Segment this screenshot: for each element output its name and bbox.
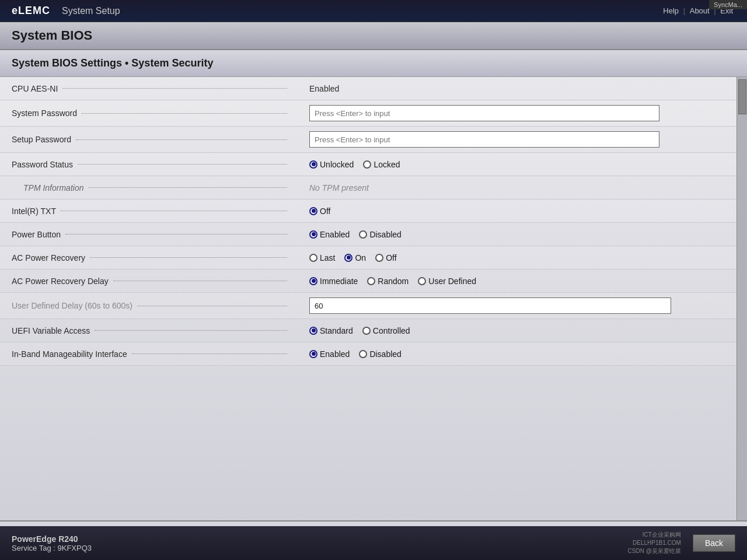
intel-txt-off[interactable]: Off — [309, 206, 330, 216]
radio-controlled-circle — [362, 327, 371, 335]
footer-model: PowerEdge R240 — [12, 534, 92, 544]
footer-left: PowerEdge R240 Service Tag : 9KFXPQ3 — [12, 534, 92, 552]
tpm-information-label: TPM Information — [0, 181, 303, 195]
power-button-disabled[interactable]: Disabled — [359, 230, 401, 239]
tpm-information-value: No TPM present — [303, 181, 736, 195]
ac-power-recovery-row: AC Power Recovery Last On Off — [0, 246, 736, 270]
password-status-value: Unlocked Locked — [303, 158, 736, 172]
delay-random[interactable]: Random — [367, 276, 409, 286]
footer-service-tag: Service Tag : 9KFXPQ3 — [12, 544, 92, 552]
inband-disabled[interactable]: Disabled — [359, 349, 401, 359]
back-button[interactable]: Back — [693, 534, 735, 552]
intel-txt-row: Intel(R) TXT Off — [0, 200, 736, 223]
footer-right: ICT企业采购网 DELLHP1B1.COM CSDN @吴呆爱吃菜 Back — [628, 531, 735, 555]
setup-password-value — [303, 129, 736, 150]
power-button-value: Enabled Disabled — [303, 228, 736, 242]
radio-immediate-circle — [309, 277, 317, 285]
uefi-variable-access-label: UEFI Variable Access — [0, 324, 303, 338]
section-title: System BIOS Settings • System Security — [0, 50, 747, 77]
tpm-information-row: TPM Information No TPM present — [0, 176, 736, 200]
brand-prefix: e — [12, 5, 18, 16]
intel-txt-label: Intel(R) TXT — [0, 204, 303, 218]
inband-manageability-radio-group: Enabled Disabled — [309, 349, 402, 359]
inband-manageability-row: In-Band Manageability Interface Enabled … — [0, 342, 736, 366]
radio-on-circle — [344, 254, 352, 262]
ac-power-recovery-off[interactable]: Off — [375, 253, 396, 262]
user-defined-delay-label: User Defined Delay (60s to 600s) — [0, 299, 303, 313]
user-defined-delay-input[interactable] — [309, 298, 671, 314]
uefi-variable-access-row: UEFI Variable Access Standard Controlled — [0, 319, 736, 342]
cpu-aes-ni-row: CPU AES-NI Enabled — [0, 77, 736, 100]
power-button-radio-group: Enabled Disabled — [309, 230, 402, 239]
ac-power-recovery-on[interactable]: On — [344, 253, 366, 262]
brand-name: LEMC — [18, 5, 50, 16]
syncman-bar: SyncMa... — [709, 0, 747, 9]
uefi-variable-access-value: Standard Controlled — [303, 324, 736, 338]
radio-standard-circle — [309, 327, 317, 335]
radio-inband-disabled-circle — [359, 350, 367, 358]
top-bar-left: eLEMC System Setup — [12, 5, 120, 17]
brand: eLEMC — [12, 5, 50, 17]
radio-user-defined-circle — [418, 277, 426, 285]
power-button-label: Power Button — [0, 228, 303, 242]
inband-enabled[interactable]: Enabled — [309, 349, 350, 359]
radio-last-circle — [309, 254, 317, 262]
system-password-row: System Password — [0, 100, 736, 127]
help-link[interactable]: Help — [663, 6, 679, 15]
system-password-label: System Password — [0, 106, 303, 120]
cpu-aes-ni-label: CPU AES-NI — [0, 82, 303, 96]
ac-power-recovery-delay-radio-group: Immediate Random User Defined — [309, 276, 476, 286]
bios-header: System BIOS — [0, 22, 747, 50]
delay-user-defined[interactable]: User Defined — [418, 276, 476, 286]
radio-power-enabled-circle — [309, 230, 317, 239]
ac-power-recovery-last[interactable]: Last — [309, 253, 335, 262]
password-status-row: Password Status Unlocked Locked — [0, 153, 736, 176]
ac-power-recovery-radio-group: Last On Off — [309, 253, 397, 262]
intel-txt-radio-group: Off — [309, 206, 330, 216]
footer: PowerEdge R240 Service Tag : 9KFXPQ3 ICT… — [0, 526, 747, 560]
footer-watermarks: ICT企业采购网 DELLHP1B1.COM CSDN @吴呆爱吃菜 — [628, 531, 681, 555]
setup-password-label: Setup Password — [0, 132, 303, 146]
top-bar: eLEMC System Setup Help | About | Exit — [0, 0, 747, 22]
settings-panel: CPU AES-NI Enabled System Password Setup… — [0, 77, 736, 520]
inband-manageability-label: In-Band Manageability Interface — [0, 347, 303, 361]
ac-power-recovery-delay-value: Immediate Random User Defined — [303, 274, 736, 288]
about-link[interactable]: About — [690, 6, 710, 15]
uefi-controlled[interactable]: Controlled — [362, 326, 410, 335]
ac-power-recovery-delay-row: AC Power Recovery Delay Immediate Random — [0, 270, 736, 293]
bios-header-title: System BIOS — [12, 28, 735, 43]
cpu-aes-ni-value: Enabled — [303, 82, 736, 96]
password-status-locked[interactable]: Locked — [363, 160, 400, 169]
scrollbar-thumb[interactable] — [738, 79, 746, 114]
user-defined-delay-row: User Defined Delay (60s to 600s) — [0, 293, 736, 319]
scrollbar[interactable] — [736, 77, 747, 520]
ac-power-recovery-delay-label: AC Power Recovery Delay — [0, 274, 303, 288]
ac-power-recovery-label: AC Power Recovery — [0, 251, 303, 265]
intel-txt-value: Off — [303, 204, 736, 218]
section-title-text: System BIOS Settings • System Security — [12, 57, 735, 69]
uefi-standard[interactable]: Standard — [309, 326, 353, 335]
radio-locked-circle — [363, 160, 371, 169]
top-bar-title: System Setup — [62, 6, 120, 16]
setup-password-input[interactable] — [309, 131, 659, 148]
password-status-label: Password Status — [0, 158, 303, 172]
delay-immediate[interactable]: Immediate — [309, 276, 358, 286]
radio-acoff-circle — [375, 254, 383, 262]
radio-power-disabled-circle — [359, 230, 367, 239]
power-button-enabled[interactable]: Enabled — [309, 230, 350, 239]
system-password-input[interactable] — [309, 105, 659, 121]
power-button-row: Power Button Enabled Disabled — [0, 223, 736, 246]
system-password-value — [303, 103, 736, 124]
radio-unlocked-circle — [309, 160, 317, 169]
radio-off-circle — [309, 207, 317, 215]
setup-password-row: Setup Password — [0, 127, 736, 153]
ac-power-recovery-value: Last On Off — [303, 251, 736, 265]
main-content: CPU AES-NI Enabled System Password Setup… — [0, 77, 747, 520]
radio-inband-enabled-circle — [309, 350, 317, 358]
user-defined-delay-value — [303, 295, 736, 316]
inband-manageability-value: Enabled Disabled — [303, 347, 736, 361]
radio-random-circle — [367, 277, 375, 285]
password-status-unlocked[interactable]: Unlocked — [309, 160, 354, 169]
uefi-variable-access-radio-group: Standard Controlled — [309, 326, 410, 335]
password-status-radio-group: Unlocked Locked — [309, 160, 400, 169]
